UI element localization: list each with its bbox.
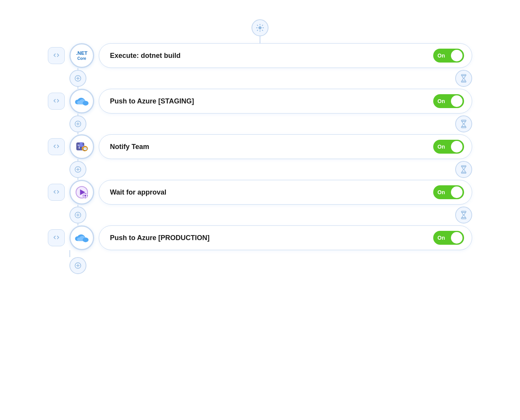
plus-icon-1: [74, 75, 81, 82]
reorder-icon-3: [53, 143, 60, 150]
step-label-3: Notify Team: [110, 143, 149, 151]
step-label-2: Push to Azure [STAGING]: [110, 97, 194, 105]
step-card-1[interactable]: Execute: dotnet build On: [99, 43, 472, 68]
connector-bottom-line: [69, 250, 70, 257]
plus-icon-3: [74, 166, 81, 173]
between-row-3: [48, 159, 472, 180]
step-card-3[interactable]: Notify Team On: [99, 134, 472, 159]
step-row-5: Push to Azure [PRODUCTION] On: [48, 225, 472, 250]
toggle-knob-5: [451, 232, 463, 244]
approval-icon-4: [75, 185, 89, 199]
toggle-1[interactable]: On: [433, 49, 464, 63]
toggle-label-1: On: [437, 52, 445, 59]
step-icon-1: .NET Core: [69, 43, 94, 68]
azure-icon-2: [74, 95, 89, 107]
reorder-handle-1[interactable]: [48, 47, 65, 64]
toggle-label-3: On: [437, 144, 445, 150]
step-label-1: Execute: dotnet build: [110, 52, 181, 60]
step-icon-4: [69, 180, 94, 205]
between-row-1: [48, 68, 472, 89]
bottom-add-button[interactable]: [69, 257, 86, 274]
hourglass-icon-4: [459, 210, 468, 220]
add-button-4[interactable]: [69, 207, 86, 224]
reorder-icon-4: [53, 189, 60, 196]
plus-icon-2: [74, 120, 81, 127]
timer-icon-3[interactable]: [455, 161, 472, 178]
add-button-2[interactable]: [69, 115, 86, 132]
add-button-3[interactable]: [69, 161, 86, 178]
vert-line-4b: [78, 224, 78, 225]
plus-icon-4: [74, 212, 81, 218]
toggle-3[interactable]: On: [433, 140, 464, 154]
hourglass-icon-2: [459, 119, 468, 129]
step-row-2: Push to Azure [STAGING] On: [48, 89, 472, 113]
timer-icon-1[interactable]: [455, 70, 472, 87]
between-left-4: [69, 205, 86, 225]
step-row-3: T 💬 Notify Team On: [48, 134, 472, 159]
timer-icon-2[interactable]: [455, 115, 472, 132]
toggle-label-5: On: [437, 235, 445, 241]
svg-point-33: [84, 195, 86, 197]
vert-line-1b: [78, 87, 78, 89]
toggle-4[interactable]: On: [433, 185, 464, 199]
toggle-5[interactable]: On: [433, 231, 464, 245]
toggle-label-4: On: [437, 189, 445, 195]
vert-line-3b: [78, 178, 78, 180]
step-card-5[interactable]: Push to Azure [PRODUCTION] On: [99, 225, 472, 250]
top-add-wrapper: [252, 19, 268, 43]
reorder-handle-3[interactable]: [48, 138, 65, 155]
toggle-knob-4: [451, 186, 463, 198]
hourglass-icon-1: [459, 74, 468, 83]
between-row-4: [48, 205, 472, 225]
svg-text:💬: 💬: [83, 147, 88, 151]
azure-icon-5: [74, 232, 89, 244]
step-label-5: Push to Azure [PRODUCTION]: [110, 234, 209, 242]
step-icon-2: [69, 89, 94, 113]
vert-line-2b: [78, 132, 78, 134]
hourglass-icon-3: [459, 165, 468, 174]
teams-icon-3: T 💬: [74, 139, 89, 154]
reorder-handle-2[interactable]: [48, 93, 65, 110]
bottom-add-wrapper: [48, 250, 472, 274]
step-card-2[interactable]: Push to Azure [STAGING] On: [99, 89, 472, 113]
timer-icon-4[interactable]: [455, 207, 472, 224]
step-icon-5: [69, 225, 94, 250]
gear-icon: [256, 24, 264, 32]
toggle-label-2: On: [437, 98, 445, 104]
between-left-3: [69, 159, 86, 180]
reorder-icon-2: [53, 98, 60, 105]
connector-line: [260, 36, 260, 43]
svg-point-10: [83, 101, 88, 105]
step-row-1: .NET Core Execute: dotnet build On: [48, 43, 472, 68]
reorder-icon-1: [53, 52, 60, 59]
step-label-4: Wait for approval: [110, 188, 166, 196]
add-button-1[interactable]: [69, 70, 86, 87]
plus-icon-bottom: [74, 262, 81, 269]
toggle-knob-1: [451, 50, 463, 61]
reorder-icon-5: [53, 234, 60, 241]
between-row-2: [48, 113, 472, 134]
step-icon-3: T 💬: [69, 134, 94, 159]
between-left-2: [69, 113, 86, 134]
toggle-2[interactable]: On: [433, 94, 464, 108]
between-left-1: [69, 68, 86, 89]
toggle-knob-3: [451, 141, 463, 152]
svg-point-45: [83, 237, 88, 242]
step-row-4: Wait for approval On: [48, 180, 472, 205]
step-card-4[interactable]: Wait for approval On: [99, 180, 472, 205]
reorder-handle-5[interactable]: [48, 229, 65, 246]
pipeline-container: .NET Core Execute: dotnet build On: [48, 8, 472, 286]
top-add-button[interactable]: [252, 19, 268, 36]
toggle-knob-2: [451, 95, 463, 107]
reorder-handle-4[interactable]: [48, 184, 65, 201]
